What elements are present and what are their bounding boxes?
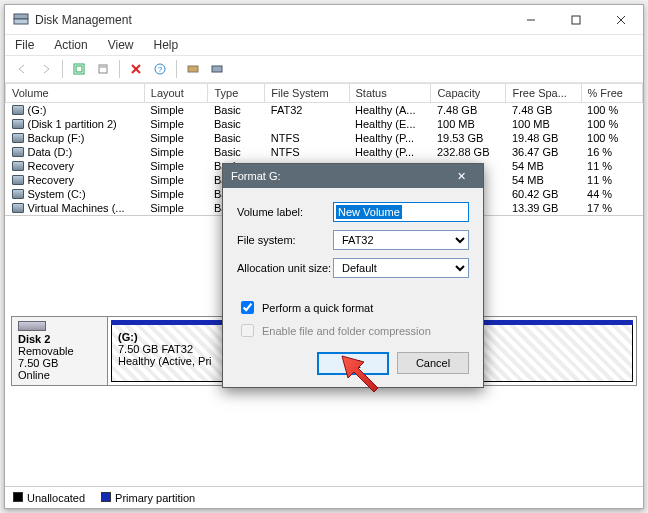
allocation-select[interactable]: Default bbox=[333, 258, 469, 278]
menu-action[interactable]: Action bbox=[50, 36, 91, 54]
svg-rect-15 bbox=[212, 66, 222, 72]
filesystem-select[interactable]: FAT32 bbox=[333, 230, 469, 250]
label-allocation: Allocation unit size: bbox=[237, 262, 333, 274]
delete-icon[interactable] bbox=[125, 58, 147, 80]
dialog-title: Format G: bbox=[231, 170, 447, 182]
rescan-icon[interactable] bbox=[182, 58, 204, 80]
table-row[interactable]: (G:)SimpleBasicFAT32Healthy (A...7.48 GB… bbox=[6, 103, 643, 118]
volume-label-input[interactable]: New Volume bbox=[333, 202, 469, 222]
label-volume: Volume label: bbox=[237, 206, 333, 218]
format-dialog: Format G: ✕ Volume label: New Volume Fil… bbox=[222, 163, 484, 388]
menu-file[interactable]: File bbox=[11, 36, 38, 54]
titlebar: Disk Management bbox=[5, 5, 643, 35]
maximize-button[interactable] bbox=[553, 5, 598, 35]
col-capacity[interactable]: Capacity bbox=[431, 84, 506, 103]
label-filesystem: File system: bbox=[237, 234, 333, 246]
app-icon bbox=[13, 10, 29, 29]
compression-checkbox: Enable file and folder compression bbox=[237, 321, 469, 340]
svg-rect-3 bbox=[572, 16, 580, 24]
disk-kind: Removable bbox=[18, 345, 101, 357]
window-title: Disk Management bbox=[35, 13, 508, 27]
dialog-close-icon[interactable]: ✕ bbox=[447, 170, 475, 183]
minimize-button[interactable] bbox=[508, 5, 553, 35]
svg-rect-7 bbox=[76, 66, 82, 72]
table-row[interactable]: (Disk 1 partition 2)SimpleBasicHealthy (… bbox=[6, 117, 643, 131]
menu-view[interactable]: View bbox=[104, 36, 138, 54]
partition-label: (G:) bbox=[118, 331, 138, 343]
svg-rect-0 bbox=[14, 14, 28, 19]
col-pct[interactable]: % Free bbox=[581, 84, 642, 103]
col-fs[interactable]: File System bbox=[265, 84, 349, 103]
svg-rect-8 bbox=[99, 65, 107, 73]
dialog-titlebar: Format G: ✕ bbox=[223, 164, 483, 188]
col-type[interactable]: Type bbox=[208, 84, 265, 103]
disk-size: 7.50 GB bbox=[18, 357, 101, 369]
partition-size: 7.50 GB FAT32 bbox=[118, 343, 193, 355]
cancel-button[interactable]: Cancel bbox=[397, 352, 469, 374]
table-row[interactable]: Backup (F:)SimpleBasicNTFSHealthy (P...1… bbox=[6, 131, 643, 145]
legend: Unallocated Primary partition bbox=[5, 486, 643, 508]
legend-unallocated: Unallocated bbox=[13, 492, 85, 504]
legend-primary: Primary partition bbox=[101, 492, 195, 504]
svg-text:?: ? bbox=[158, 65, 163, 74]
table-row[interactable]: Data (D:)SimpleBasicNTFSHealthy (P...232… bbox=[6, 145, 643, 159]
toolbar: ? bbox=[5, 55, 643, 83]
forward-icon bbox=[35, 58, 57, 80]
ok-button[interactable]: OK bbox=[317, 352, 389, 375]
svg-rect-14 bbox=[188, 66, 198, 72]
close-button[interactable] bbox=[598, 5, 643, 35]
quick-format-checkbox[interactable]: Perform a quick format bbox=[237, 298, 469, 317]
refresh-icon[interactable] bbox=[68, 58, 90, 80]
col-status[interactable]: Status bbox=[349, 84, 431, 103]
disk-state: Online bbox=[18, 369, 101, 381]
removable-disk-icon bbox=[18, 321, 46, 331]
back-icon bbox=[11, 58, 33, 80]
partition-status: Healthy (Active, Pri bbox=[118, 355, 212, 367]
disk-header: Disk 2 Removable 7.50 GB Online bbox=[12, 317, 108, 385]
disk-name: Disk 2 bbox=[18, 333, 101, 345]
properties-icon[interactable] bbox=[92, 58, 114, 80]
help-icon[interactable]: ? bbox=[149, 58, 171, 80]
menu-help[interactable]: Help bbox=[150, 36, 183, 54]
col-volume[interactable]: Volume bbox=[6, 84, 145, 103]
menubar: File Action View Help bbox=[5, 35, 643, 55]
svg-rect-1 bbox=[14, 19, 28, 24]
col-free[interactable]: Free Spa... bbox=[506, 84, 581, 103]
col-layout[interactable]: Layout bbox=[144, 84, 208, 103]
drive-icon[interactable] bbox=[206, 58, 228, 80]
